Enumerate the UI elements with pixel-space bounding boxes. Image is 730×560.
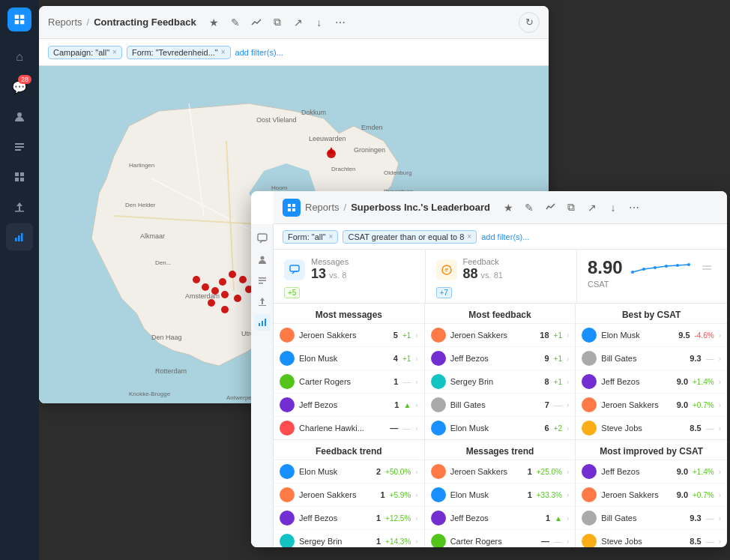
chat-icon[interactable]: 💬 28: [6, 73, 33, 100]
front-star-icon[interactable]: ★: [499, 199, 517, 217]
home-icon[interactable]: ⌂: [6, 43, 33, 70]
lb-arrow-icon[interactable]: ›: [567, 331, 569, 340]
lb-arrow-icon[interactable]: ›: [719, 468, 721, 476]
lb-arrow-icon[interactable]: ›: [567, 514, 569, 523]
lb-number: 2: [376, 467, 381, 476]
download-icon[interactable]: ↓: [310, 13, 328, 31]
lb-number: 9.0: [677, 490, 688, 499]
svg-rect-69: [259, 283, 263, 284]
upload-icon[interactable]: [6, 193, 33, 220]
lb-arrow-icon[interactable]: ›: [415, 468, 417, 476]
front-filter-csat[interactable]: CSAT greater than or equal to 8 ×: [343, 230, 477, 244]
lb-arrow-icon[interactable]: ›: [719, 378, 721, 386]
avatar: [280, 534, 295, 547]
mini-list-icon[interactable]: [254, 272, 271, 289]
filter-campaign[interactable]: Campaign: "all" ×: [48, 46, 122, 59]
front-trend-icon[interactable]: [541, 199, 559, 217]
lb-badge: —: [554, 537, 562, 546]
front-more-icon[interactable]: ⋯: [625, 199, 643, 217]
more-icon[interactable]: ⋯: [331, 13, 349, 31]
lb-person-name: Bill Gates: [450, 400, 540, 409]
front-share-icon[interactable]: ↗: [583, 199, 601, 217]
mini-chat-icon[interactable]: [254, 230, 271, 247]
lb-arrow-icon[interactable]: ›: [567, 491, 569, 499]
lb-badge: —: [706, 354, 714, 363]
list-item: Elon Musk9.5 -4.6%›: [576, 324, 727, 347]
front-copy-icon[interactable]: ⧉: [562, 199, 580, 217]
lb-badge: +1: [402, 331, 411, 340]
lb-arrow-icon[interactable]: ›: [719, 491, 721, 499]
lb-arrow-icon[interactable]: ›: [415, 378, 417, 386]
csat-menu-icon[interactable]: [702, 265, 711, 271]
lb-arrow-icon[interactable]: ›: [719, 538, 721, 546]
lb-arrow-icon[interactable]: ›: [719, 331, 721, 340]
lb-arrow-icon[interactable]: ›: [719, 514, 721, 523]
avatar: [431, 397, 446, 412]
front-filter-csat-close[interactable]: ×: [467, 232, 471, 241]
front-filter-form[interactable]: Form: "all" ×: [283, 230, 338, 244]
app-logo[interactable]: [7, 7, 31, 31]
filter-campaign-close[interactable]: ×: [112, 48, 117, 56]
csat-value: 8.90: [588, 257, 623, 278]
lb-arrow-icon[interactable]: ›: [567, 401, 569, 409]
lb-arrow-icon[interactable]: ›: [415, 355, 417, 363]
svg-text:Groningen: Groningen: [354, 146, 385, 154]
analytics-icon[interactable]: [6, 223, 33, 250]
filter-form-back[interactable]: Form: "Tevredenheid..." ×: [127, 46, 231, 59]
lb-arrow-icon[interactable]: ›: [415, 538, 417, 546]
lb-arrow-icon[interactable]: ›: [567, 468, 569, 476]
reports-list-icon[interactable]: [6, 133, 33, 160]
breadcrumb-reports-front[interactable]: Reports: [305, 202, 340, 213]
copy-icon[interactable]: ⧉: [268, 13, 286, 31]
lb-arrow-icon[interactable]: ›: [567, 424, 569, 433]
trend-icon[interactable]: [247, 13, 265, 31]
dashboard-icon[interactable]: [6, 163, 33, 190]
svg-point-53: [229, 271, 236, 278]
lb-number: 1: [546, 514, 550, 523]
sidebar: ⌂ 💬 28: [0, 0, 39, 560]
messages-stat: Messages 13 vs. 8 +5: [274, 250, 426, 303]
lb-arrow-icon[interactable]: ›: [415, 331, 417, 340]
lb-person-name: Elon Musk: [299, 467, 372, 476]
mini-analytics-icon[interactable]: [254, 314, 271, 331]
front-filter-form-close[interactable]: ×: [329, 232, 334, 241]
breadcrumb-title-back: Contracting Feedback: [94, 16, 196, 28]
lb-arrow-icon[interactable]: ›: [567, 355, 569, 363]
refresh-button[interactable]: ↻: [519, 12, 540, 33]
svg-rect-74: [290, 265, 299, 271]
star-icon[interactable]: ★: [205, 13, 223, 31]
mini-upload-icon[interactable]: [254, 293, 271, 310]
lb-person-name: Jeff Bezos: [299, 400, 390, 409]
lb-arrow-icon[interactable]: ›: [415, 514, 417, 523]
share-icon[interactable]: ↗: [289, 13, 307, 31]
svg-rect-1: [15, 143, 24, 145]
lb-arrow-icon[interactable]: ›: [567, 378, 569, 386]
breadcrumb-sep: /: [87, 16, 90, 28]
front-add-filter[interactable]: add filter(s)...: [481, 232, 529, 241]
lb-number: 1: [393, 377, 398, 386]
lb-arrow-icon[interactable]: ›: [719, 424, 721, 433]
front-download-icon[interactable]: ↓: [604, 199, 622, 217]
mini-contact-icon[interactable]: [254, 251, 271, 268]
list-item: Carter Rogers1 —›: [274, 370, 424, 394]
edit-icon[interactable]: ✎: [226, 13, 244, 31]
lb-number: —: [390, 424, 398, 433]
lb-arrow-icon[interactable]: ›: [415, 401, 417, 409]
lb-number: 4: [393, 354, 398, 363]
add-filter-back[interactable]: add filter(s)...: [235, 48, 283, 57]
breadcrumb-reports-back[interactable]: Reports: [48, 16, 82, 28]
lb-arrow-icon[interactable]: ›: [719, 355, 721, 363]
lb-arrow-icon[interactable]: ›: [415, 491, 417, 499]
filter-form-close[interactable]: ×: [221, 48, 226, 56]
lb-arrow-icon[interactable]: ›: [415, 424, 417, 433]
lb-number: 1: [528, 490, 532, 499]
lb-section-title-1: Most feedback: [425, 304, 576, 324]
contacts-icon[interactable]: [6, 103, 33, 130]
lb-badge: —: [706, 514, 714, 523]
messages-badge: +5: [284, 287, 300, 298]
svg-text:Knokke-Brugge: Knokke-Brugge: [129, 391, 171, 397]
front-edit-icon[interactable]: ✎: [520, 199, 538, 217]
lb-arrow-icon[interactable]: ›: [567, 538, 569, 546]
svg-rect-8: [15, 211, 24, 212]
lb-arrow-icon[interactable]: ›: [719, 401, 721, 409]
